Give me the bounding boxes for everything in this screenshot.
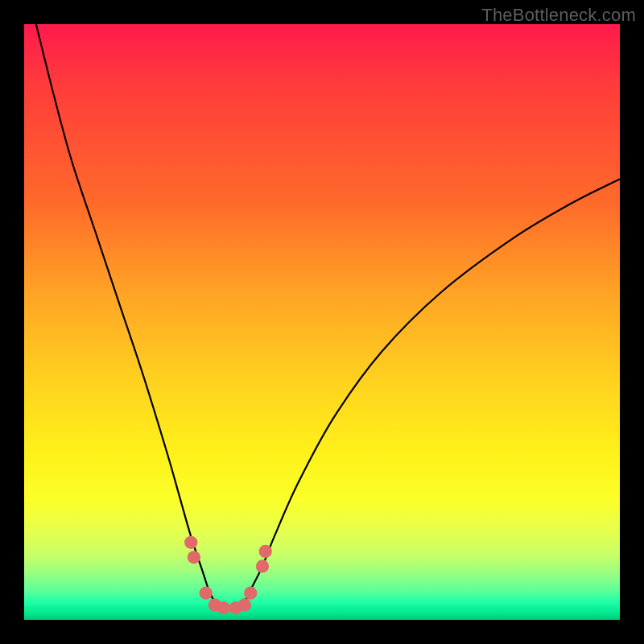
bottleneck-curve xyxy=(36,24,620,609)
curve-marker xyxy=(238,598,251,611)
curve-marker xyxy=(200,587,213,600)
curve-marker xyxy=(256,559,269,572)
curve-svg xyxy=(24,24,620,620)
curve-marker xyxy=(217,601,230,614)
plot-area xyxy=(24,24,620,620)
curve-marker xyxy=(184,536,197,549)
curve-marker xyxy=(244,587,257,600)
attribution-text: TheBottleneck.com xyxy=(481,5,636,26)
curve-marker xyxy=(259,545,272,558)
chart-frame: TheBottleneck.com xyxy=(0,0,644,644)
marker-group xyxy=(184,536,272,615)
curve-marker xyxy=(208,598,221,611)
curve-marker xyxy=(229,601,242,614)
curve-marker xyxy=(188,551,200,564)
